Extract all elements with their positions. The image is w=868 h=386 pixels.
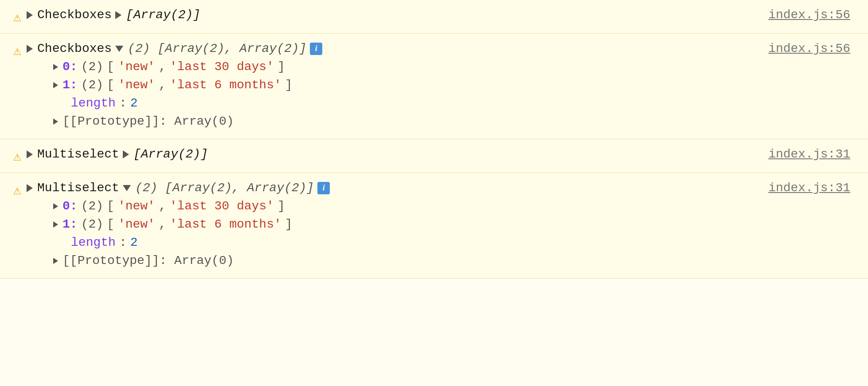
count-1: (2) <box>81 78 103 92</box>
warning-icon-4: ⚠ <box>13 182 21 198</box>
log-left-2: ⚠ Checkboxes (2) [Array(2), Array(2)] i … <box>13 42 768 128</box>
val0-0: 'new' <box>118 60 155 74</box>
log-content-2: Checkboxes (2) [Array(2), Array(2)] i 0:… <box>27 42 322 128</box>
log-line-item-1: 1: (2) [ 'new' , 'last 6 months' ] <box>27 78 322 92</box>
proto-expand-b[interactable] <box>53 258 58 264</box>
val1-0-b: 'last 30 days' <box>170 199 274 213</box>
log-content-1: Checkboxes [Array(2)] <box>27 8 200 22</box>
proto-label: [[Prototype]]: Array(0) <box>63 114 234 128</box>
file-link-1[interactable]: index.js:56 <box>768 8 850 22</box>
comma-1: , <box>159 78 166 92</box>
log-line-item-0-b: 0: (2) [ 'new' , 'last 30 days' ] <box>27 199 330 213</box>
log-line-proto-b: [[Prototype]]: Array(0) <box>27 254 330 268</box>
index-1-b: 1: <box>63 217 78 231</box>
component-name-4: Multiselect <box>37 181 119 195</box>
count-0-b: (2) <box>81 199 103 213</box>
file-link-4[interactable]: index.js:31 <box>768 181 850 195</box>
bracket-close-0-b: ] <box>278 199 285 213</box>
log-left-4: ⚠ Multiselect (2) [Array(2), Array(2)] i… <box>13 181 768 268</box>
log-left-3: ⚠ Multiselect [Array(2)] <box>13 147 768 165</box>
log-line-length: length : 2 <box>27 96 322 110</box>
component-name-1: Checkboxes <box>37 8 112 22</box>
count-0: (2) <box>81 60 103 74</box>
log-row-4: ⚠ Multiselect (2) [Array(2), Array(2)] i… <box>0 173 868 279</box>
index-1: 1: <box>63 78 78 92</box>
expand-toggle-2[interactable] <box>27 45 33 53</box>
comma-0: , <box>159 60 166 74</box>
array-collapse-2[interactable] <box>115 46 123 52</box>
item-expand-1[interactable] <box>53 82 58 88</box>
bracket-open-1: [ <box>107 78 114 92</box>
log-line-proto: [[Prototype]]: Array(0) <box>27 114 322 128</box>
expand-toggle-3[interactable] <box>27 150 33 158</box>
length-colon: : <box>119 96 127 110</box>
info-badge-2[interactable]: i <box>310 43 322 55</box>
log-line-3: Multiselect [Array(2)] <box>27 147 208 161</box>
length-label: length <box>71 96 116 110</box>
item-expand-0[interactable] <box>53 64 58 70</box>
proto-label-b: [[Prototype]]: Array(0) <box>63 254 234 268</box>
log-line-4: Multiselect (2) [Array(2), Array(2)] i <box>27 181 330 195</box>
val0-1-b: 'new' <box>118 217 155 231</box>
array-collapse-4[interactable] <box>123 185 131 191</box>
expand-toggle-4[interactable] <box>27 184 33 192</box>
log-left-1: ⚠ Checkboxes [Array(2)] <box>13 8 768 25</box>
bracket-close-1: ] <box>285 78 293 92</box>
log-line-1: Checkboxes [Array(2)] <box>27 8 200 22</box>
val1-1: 'last 6 months' <box>170 78 282 92</box>
count-1-b: (2) <box>81 217 103 231</box>
summary-2: (2) [Array(2), Array(2)] <box>128 42 306 55</box>
log-row-1: ⚠ Checkboxes [Array(2)] index.js:56 <box>0 0 868 34</box>
item-expand-1-b[interactable] <box>53 221 58 228</box>
log-content-4: Multiselect (2) [Array(2), Array(2)] i 0… <box>27 181 330 268</box>
log-line-item-1-b: 1: (2) [ 'new' , 'last 6 months' ] <box>27 217 330 231</box>
array-expand-1[interactable] <box>115 11 121 19</box>
expand-toggle-1[interactable] <box>27 11 33 19</box>
log-content-3: Multiselect [Array(2)] <box>27 147 208 161</box>
bracket-close-1-b: ] <box>285 217 293 231</box>
log-row-2: ⚠ Checkboxes (2) [Array(2), Array(2)] i … <box>0 34 868 139</box>
summary-4: (2) [Array(2), Array(2)] <box>135 181 314 195</box>
val0-0-b: 'new' <box>118 199 155 213</box>
length-value: 2 <box>130 96 138 110</box>
index-0-b: 0: <box>63 199 78 213</box>
index-0: 0: <box>63 60 78 74</box>
bracket-close-0: ] <box>278 60 285 74</box>
bracket-open-1-b: [ <box>107 217 114 231</box>
log-line-item-0: 0: (2) [ 'new' , 'last 30 days' ] <box>27 60 322 74</box>
bracket-open-0: [ <box>107 60 114 74</box>
warning-icon-1: ⚠ <box>13 9 21 25</box>
log-row-3: ⚠ Multiselect [Array(2)] index.js:31 <box>0 139 868 173</box>
summary-3: [Array(2)] <box>133 147 208 161</box>
console-panel: ⚠ Checkboxes [Array(2)] index.js:56 ⚠ Ch… <box>0 0 868 279</box>
length-label-b: length <box>71 236 116 249</box>
val1-1-b: 'last 6 months' <box>170 217 282 231</box>
array-expand-3[interactable] <box>123 150 129 158</box>
component-name-3: Multiselect <box>37 147 119 161</box>
warning-icon-3: ⚠ <box>13 148 21 165</box>
proto-expand[interactable] <box>53 118 58 125</box>
file-link-2[interactable]: index.js:56 <box>768 42 850 55</box>
length-value-b: 2 <box>130 236 138 249</box>
val0-1: 'new' <box>118 78 155 92</box>
log-line-length-b: length : 2 <box>27 236 330 249</box>
length-colon-b: : <box>119 236 127 249</box>
component-name-2: Checkboxes <box>37 42 112 55</box>
info-badge-4[interactable]: i <box>317 182 330 194</box>
bracket-open-0-b: [ <box>107 199 114 213</box>
item-expand-0-b[interactable] <box>53 203 58 209</box>
val1-0: 'last 30 days' <box>170 60 274 74</box>
file-link-3[interactable]: index.js:31 <box>768 147 850 161</box>
summary-1: [Array(2)] <box>126 8 200 22</box>
comma-0-b: , <box>159 199 166 213</box>
log-line-2: Checkboxes (2) [Array(2), Array(2)] i <box>27 42 322 55</box>
warning-icon-2: ⚠ <box>13 43 21 59</box>
comma-1-b: , <box>159 217 166 231</box>
